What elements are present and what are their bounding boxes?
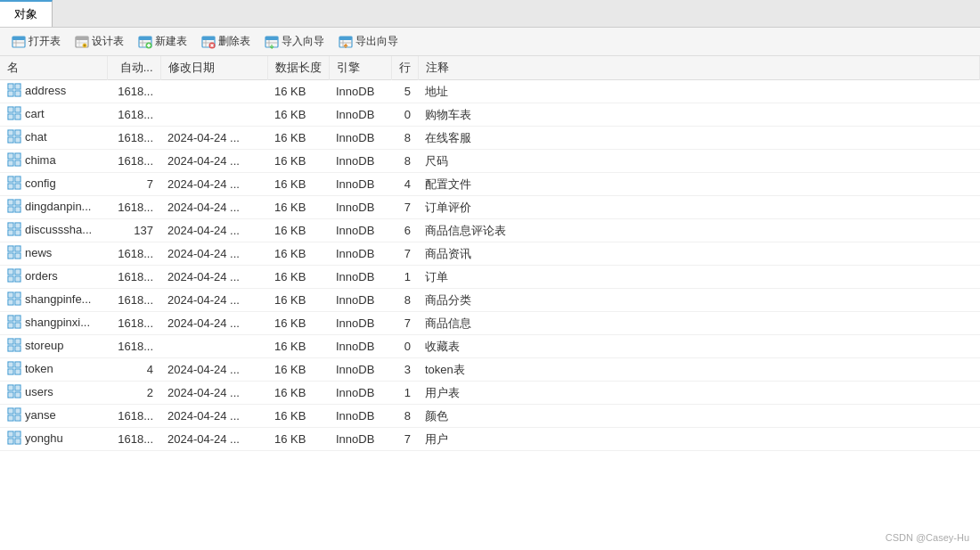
table-row[interactable]: config 7 2024-04-24 ... 16 KB InnoDB 4 配… bbox=[0, 173, 980, 196]
svg-rect-112 bbox=[16, 300, 20, 304]
cell-auto: 1618... bbox=[107, 405, 160, 428]
cell-size: 16 KB bbox=[267, 289, 329, 312]
cell-size: 16 KB bbox=[267, 173, 329, 196]
svg-rect-40 bbox=[16, 92, 20, 95]
svg-rect-101 bbox=[9, 270, 12, 274]
table-row[interactable]: storeup 1618... 16 KB InnoDB 0 收藏表 bbox=[0, 335, 980, 358]
design-table-button[interactable]: 设计表 bbox=[69, 31, 130, 52]
cell-engine: InnoDB bbox=[329, 173, 391, 196]
table-row[interactable]: token 4 2024-04-24 ... 16 KB InnoDB 3 to… bbox=[0, 358, 980, 382]
table-row[interactable]: dingdanpin... 1618... 2024-04-24 ... 16 … bbox=[0, 196, 980, 219]
open-table-button[interactable]: 打开表 bbox=[5, 31, 67, 52]
col-header-comment: 注释 bbox=[418, 56, 980, 80]
svg-rect-72 bbox=[16, 185, 20, 188]
cell-size: 16 KB bbox=[267, 382, 329, 405]
cell-comment: 用户 bbox=[418, 428, 980, 451]
svg-rect-158 bbox=[16, 432, 20, 436]
table-row[interactable]: chima 1618... 2024-04-24 ... 16 KB InnoD… bbox=[0, 150, 980, 173]
table-row[interactable]: users 2 2024-04-24 ... 16 KB InnoDB 1 用户… bbox=[0, 382, 980, 405]
svg-rect-143 bbox=[9, 393, 12, 397]
delete-table-button[interactable]: 删除表 bbox=[195, 31, 257, 52]
cell-comment: 商品资讯 bbox=[418, 242, 980, 266]
svg-rect-80 bbox=[16, 208, 20, 211]
table-row[interactable]: news 1618... 2024-04-24 ... 16 KB InnoDB… bbox=[0, 242, 980, 266]
cell-size: 16 KB bbox=[267, 428, 329, 451]
cell-auto: 1618... bbox=[107, 80, 160, 103]
svg-rect-120 bbox=[16, 324, 20, 327]
cell-comment: 商品信息 bbox=[418, 312, 980, 335]
cell-date: 2024-04-24 ... bbox=[160, 196, 267, 219]
cell-auto: 137 bbox=[107, 219, 160, 242]
cell-name: cart bbox=[0, 103, 107, 127]
svg-rect-79 bbox=[9, 208, 12, 211]
svg-rect-149 bbox=[9, 409, 12, 413]
table-row[interactable]: shangpinxi... 1618... 2024-04-24 ... 16 … bbox=[0, 312, 980, 335]
cell-comment: 订单 bbox=[418, 266, 980, 289]
svg-rect-26 bbox=[265, 37, 278, 40]
svg-rect-56 bbox=[16, 138, 20, 142]
cell-name: config bbox=[0, 173, 107, 196]
table-row[interactable]: yonghu 1618... 2024-04-24 ... 16 KB Inno… bbox=[0, 428, 980, 451]
col-header-size: 数据长度 bbox=[267, 56, 329, 80]
cell-engine: InnoDB bbox=[329, 103, 391, 127]
cell-rows: 0 bbox=[391, 335, 418, 358]
tab-objects[interactable]: 对象 bbox=[0, 0, 53, 27]
import-wizard-button[interactable]: 导入向导 bbox=[258, 31, 331, 52]
svg-rect-103 bbox=[9, 277, 12, 281]
svg-rect-85 bbox=[9, 224, 12, 227]
table-row[interactable]: orders 1618... 2024-04-24 ... 16 KB Inno… bbox=[0, 266, 980, 289]
svg-rect-46 bbox=[16, 108, 20, 111]
cell-size: 16 KB bbox=[267, 150, 329, 173]
cell-comment: token表 bbox=[418, 358, 980, 382]
cell-rows: 1 bbox=[391, 382, 418, 405]
svg-rect-102 bbox=[16, 270, 20, 274]
table-row[interactable]: discusssha... 137 2024-04-24 ... 16 KB I… bbox=[0, 219, 980, 242]
cell-engine: InnoDB bbox=[329, 219, 391, 242]
svg-rect-38 bbox=[16, 85, 20, 88]
svg-rect-69 bbox=[9, 177, 12, 181]
cell-rows: 8 bbox=[391, 150, 418, 173]
cell-comment: 商品分类 bbox=[418, 289, 980, 312]
cell-name: discusssha... bbox=[0, 219, 107, 242]
cell-engine: InnoDB bbox=[329, 312, 391, 335]
cell-engine: InnoDB bbox=[329, 405, 391, 428]
svg-rect-39 bbox=[9, 92, 12, 95]
svg-rect-127 bbox=[9, 347, 12, 350]
cell-rows: 8 bbox=[391, 289, 418, 312]
new-table-button[interactable]: 新建表 bbox=[132, 31, 193, 52]
col-header-date: 修改日期 bbox=[160, 56, 267, 80]
cell-date bbox=[160, 335, 267, 358]
cell-date: 2024-04-24 ... bbox=[160, 173, 267, 196]
open-table-icon bbox=[12, 35, 26, 49]
svg-rect-118 bbox=[16, 316, 20, 320]
new-table-icon bbox=[138, 35, 152, 49]
cell-name: storeup bbox=[0, 335, 107, 358]
table-row[interactable]: cart 1618... 16 KB InnoDB 0 购物车表 bbox=[0, 103, 980, 127]
export-wizard-button[interactable]: 导出向导 bbox=[332, 31, 404, 52]
svg-rect-48 bbox=[16, 115, 20, 119]
table-row[interactable]: yanse 1618... 2024-04-24 ... 16 KB InnoD… bbox=[0, 405, 980, 428]
cell-date: 2024-04-24 ... bbox=[160, 405, 267, 428]
cell-comment: 地址 bbox=[418, 80, 980, 103]
cell-size: 16 KB bbox=[267, 266, 329, 289]
svg-rect-61 bbox=[9, 154, 12, 158]
svg-rect-134 bbox=[16, 363, 20, 366]
table-row[interactable]: shangpinfe... 1618... 2024-04-24 ... 16 … bbox=[0, 289, 980, 312]
table-row[interactable]: chat 1618... 2024-04-24 ... 16 KB InnoDB… bbox=[0, 127, 980, 150]
cell-size: 16 KB bbox=[267, 103, 329, 127]
cell-comment: 收藏表 bbox=[418, 335, 980, 358]
svg-rect-94 bbox=[16, 247, 20, 250]
toolbar: 打开表 设计表 bbox=[0, 28, 980, 56]
cell-date bbox=[160, 103, 267, 127]
svg-rect-5 bbox=[76, 37, 88, 40]
objects-table: 名 自动... 修改日期 数据长度 引擎 行 注释 address 1618..… bbox=[0, 56, 980, 451]
table-row[interactable]: address 1618... 16 KB InnoDB 5 地址 bbox=[0, 80, 980, 103]
svg-rect-159 bbox=[9, 439, 12, 443]
table-header-row: 名 自动... 修改日期 数据长度 引擎 行 注释 bbox=[0, 56, 980, 80]
cell-engine: InnoDB bbox=[329, 335, 391, 358]
svg-rect-1 bbox=[12, 37, 25, 40]
cell-rows: 7 bbox=[391, 242, 418, 266]
cell-size: 16 KB bbox=[267, 196, 329, 219]
cell-date: 2024-04-24 ... bbox=[160, 242, 267, 266]
cell-auto: 2 bbox=[107, 382, 160, 405]
